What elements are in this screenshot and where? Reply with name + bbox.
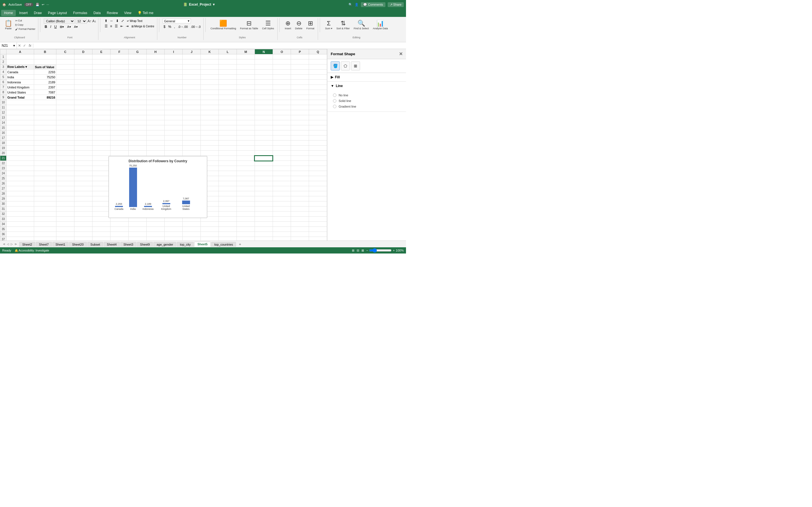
cell-M26[interactable] xyxy=(237,181,255,186)
cell-E8[interactable] xyxy=(92,90,110,95)
cell-L29[interactable] xyxy=(218,196,237,202)
gradient-line-option[interactable]: Gradient line xyxy=(333,104,400,109)
cell-A37[interactable] xyxy=(6,237,34,241)
zoom-out-button[interactable]: − xyxy=(366,249,368,252)
cell-O28[interactable] xyxy=(273,191,291,196)
cell-A24[interactable] xyxy=(6,171,34,176)
cell-C24[interactable] xyxy=(56,171,74,176)
cell-Q20[interactable] xyxy=(309,151,327,156)
cell-J4[interactable] xyxy=(183,69,200,75)
cell-G5[interactable] xyxy=(128,75,146,80)
cell-K6[interactable] xyxy=(200,80,218,85)
cell-H9[interactable] xyxy=(146,95,164,100)
cell-C15[interactable] xyxy=(56,125,74,130)
cell-E4[interactable] xyxy=(92,69,110,75)
cell-N14[interactable] xyxy=(255,120,273,125)
cell-E26[interactable] xyxy=(92,181,110,186)
cell-O32[interactable] xyxy=(273,212,291,217)
cell-E11[interactable] xyxy=(92,105,110,110)
cell-N16[interactable] xyxy=(255,130,273,135)
cell-F36[interactable] xyxy=(110,232,128,237)
cell-N1[interactable] xyxy=(255,54,273,59)
layout-icon-button[interactable]: ⊞ xyxy=(351,61,360,70)
cell-P28[interactable] xyxy=(291,191,309,196)
cell-M21[interactable] xyxy=(237,156,255,161)
row-header-37[interactable]: 37 xyxy=(0,237,6,241)
cell-L32[interactable] xyxy=(218,212,237,217)
cell-M19[interactable] xyxy=(237,146,255,151)
cell-O15[interactable] xyxy=(273,125,291,130)
cell-D14[interactable] xyxy=(74,120,92,125)
cell-B28[interactable] xyxy=(34,191,56,196)
cell-M36[interactable] xyxy=(237,232,255,237)
row-header-3[interactable]: 3 xyxy=(0,64,6,69)
col-header-N[interactable]: N xyxy=(255,49,273,54)
cell-Q13[interactable] xyxy=(309,115,327,120)
cell-P33[interactable] xyxy=(291,217,309,222)
col-header-J[interactable]: J xyxy=(183,49,200,54)
align-bottom-button[interactable]: ⬇ xyxy=(115,18,119,23)
cell-B25[interactable] xyxy=(34,176,56,181)
cell-E5[interactable] xyxy=(92,75,110,80)
cell-F10[interactable] xyxy=(110,100,128,105)
cell-L17[interactable] xyxy=(218,135,237,140)
cell-D34[interactable] xyxy=(74,222,92,227)
cell-F1[interactable] xyxy=(110,54,128,59)
cell-C29[interactable] xyxy=(56,196,74,202)
increase-font-button[interactable]: A↑ xyxy=(88,19,92,23)
cell-Q6[interactable] xyxy=(309,80,327,85)
cell-Q25[interactable] xyxy=(309,176,327,181)
cell-I2[interactable] xyxy=(164,59,183,64)
cell-D13[interactable] xyxy=(74,115,92,120)
cell-M9[interactable] xyxy=(237,95,255,100)
cell-C33[interactable] xyxy=(56,217,74,222)
cell-K8[interactable] xyxy=(200,90,218,95)
find-select-button[interactable]: 🔍 Find & Select xyxy=(352,18,371,31)
name-box-chevron[interactable]: ▾ xyxy=(13,44,15,48)
cell-P32[interactable] xyxy=(291,212,309,217)
menu-tell-me[interactable]: 💡 Tell me xyxy=(135,10,156,16)
cell-J10[interactable] xyxy=(183,100,200,105)
cell-H1[interactable] xyxy=(146,54,164,59)
cell-E31[interactable] xyxy=(92,207,110,212)
cell-B23[interactable] xyxy=(34,166,56,171)
cell-I15[interactable] xyxy=(164,125,183,130)
cell-F2[interactable] xyxy=(110,59,128,64)
cell-I1[interactable] xyxy=(164,54,183,59)
cell-K1[interactable] xyxy=(200,54,218,59)
cell-H3[interactable] xyxy=(146,64,164,69)
row-header-12[interactable]: 12 xyxy=(0,110,6,115)
cell-G7[interactable] xyxy=(128,85,146,90)
cell-I13[interactable] xyxy=(164,115,183,120)
cell-C14[interactable] xyxy=(56,120,74,125)
cell-P20[interactable] xyxy=(291,151,309,156)
cell-L12[interactable] xyxy=(218,110,237,115)
cell-G35[interactable] xyxy=(128,227,146,232)
cell-E23[interactable] xyxy=(92,166,110,171)
cell-N27[interactable] xyxy=(255,186,273,191)
cell-A10[interactable] xyxy=(6,100,34,105)
cell-E17[interactable] xyxy=(92,135,110,140)
cell-O19[interactable] xyxy=(273,146,291,151)
cell-H6[interactable] xyxy=(146,80,164,85)
cell-A19[interactable] xyxy=(6,146,34,151)
cell-D31[interactable] xyxy=(74,207,92,212)
cell-F15[interactable] xyxy=(110,125,128,130)
cell-F37[interactable] xyxy=(110,237,128,241)
chevron-down-icon[interactable]: ▾ xyxy=(213,3,214,6)
cell-Q3[interactable] xyxy=(309,64,327,69)
cell-M20[interactable] xyxy=(237,151,255,156)
cell-D3[interactable] xyxy=(74,64,92,69)
cell-C28[interactable] xyxy=(56,191,74,196)
cell-I12[interactable] xyxy=(164,110,183,115)
cell-P17[interactable] xyxy=(291,135,309,140)
cell-F8[interactable] xyxy=(110,90,128,95)
cell-K20[interactable] xyxy=(200,151,218,156)
cell-I35[interactable] xyxy=(164,227,183,232)
formula-input[interactable] xyxy=(33,42,406,49)
cell-A22[interactable] xyxy=(6,161,34,166)
menu-review[interactable]: Review xyxy=(104,10,121,16)
cell-N5[interactable] xyxy=(255,75,273,80)
align-middle-button[interactable]: ↔ xyxy=(109,18,114,23)
col-header-K[interactable]: K xyxy=(200,49,218,54)
